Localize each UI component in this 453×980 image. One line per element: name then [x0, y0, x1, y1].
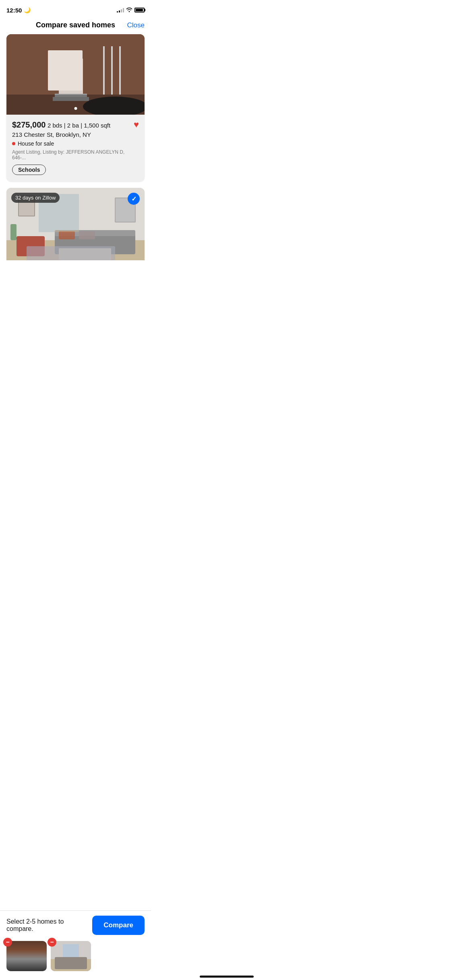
listing-type-1: House for sale — [12, 140, 139, 147]
listings-container: $275,000 2 bds | 2 ba | 1,500 sqft ♥ 213… — [0, 34, 151, 260]
listing-card-2[interactable]: 32 days on Zillow $299,000 2 bds | 1 ba … — [6, 188, 145, 260]
listing-image-1 — [6, 34, 145, 115]
type-dot-1 — [12, 142, 15, 145]
status-bar: 12:50 🌙 — [0, 0, 151, 18]
listing-info-1: $275,000 2 bds | 2 ba | 1,500 sqft ♥ 213… — [6, 115, 145, 181]
page-title: Compare saved homes — [36, 21, 115, 29]
save-heart-1[interactable]: ♥ — [134, 120, 139, 129]
svg-rect-10 — [6, 95, 145, 115]
listing-address-1: 213 Chester St, Brooklyn, NY — [12, 131, 139, 138]
selected-check-2[interactable] — [128, 193, 140, 205]
type-label-1: House for sale — [18, 140, 54, 147]
listing-price-1: $275,000 — [12, 120, 46, 129]
listing-details-1: 2 bds | 2 ba | 1,500 sqft — [48, 122, 110, 129]
listing-agent-1: Agent Listing, Listing by: JEFFERSON ANG… — [12, 149, 139, 161]
wifi-icon — [126, 7, 132, 13]
svg-rect-20 — [79, 231, 95, 239]
status-icons — [117, 7, 145, 13]
dot-1 — [74, 107, 77, 110]
house-photo — [6, 34, 145, 115]
page-header: Compare saved homes Close — [0, 18, 151, 34]
listing-image-2: 32 days on Zillow — [6, 188, 145, 260]
svg-rect-3 — [65, 62, 77, 82]
svg-rect-23 — [27, 246, 115, 260]
signal-icon — [117, 8, 124, 12]
svg-rect-8 — [119, 46, 121, 95]
battery-icon — [134, 8, 145, 12]
svg-rect-2 — [59, 58, 83, 95]
status-time: 12:50 — [6, 7, 22, 14]
svg-rect-25 — [10, 224, 17, 240]
close-button[interactable]: Close — [127, 21, 145, 29]
listing-card-1[interactable]: $275,000 2 bds | 2 ba | 1,500 sqft ♥ 213… — [6, 34, 145, 181]
svg-rect-7 — [111, 46, 113, 95]
days-badge-2: 32 days on Zillow — [11, 193, 60, 203]
image-dots-1 — [74, 107, 77, 110]
svg-rect-19 — [59, 231, 75, 239]
svg-rect-6 — [103, 46, 105, 95]
schools-tag[interactable]: Schools — [12, 165, 139, 175]
moon-icon: 🌙 — [24, 7, 31, 13]
